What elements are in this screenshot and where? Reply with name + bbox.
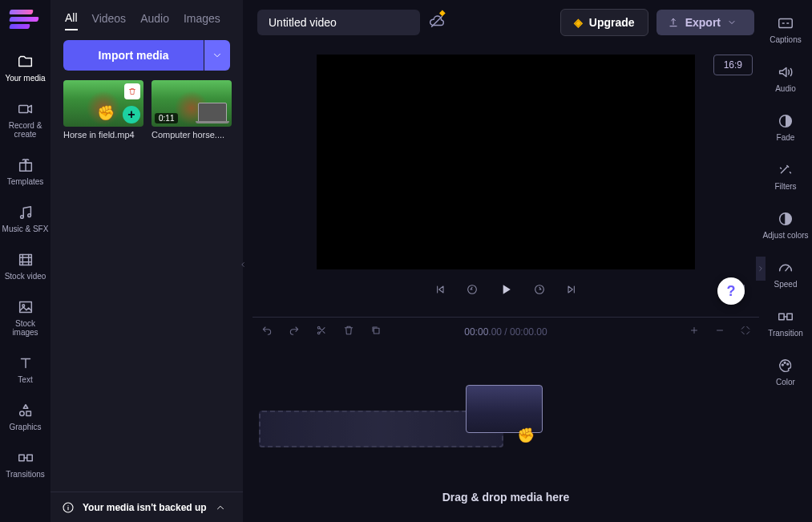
sidebar-item-your-media[interactable]: Your media <box>2 48 50 87</box>
svg-rect-10 <box>26 455 31 460</box>
svg-rect-4 <box>19 255 31 265</box>
chevron-down-icon <box>212 50 223 61</box>
sidebar-item-stock-images[interactable]: Stock images <box>2 293 50 342</box>
sidebar-item-text[interactable]: Text <box>2 350 50 389</box>
tab-videos[interactable]: Videos <box>92 7 127 30</box>
property-audio[interactable]: Audio <box>762 57 810 99</box>
captions-icon <box>777 14 794 32</box>
svg-point-6 <box>22 305 24 307</box>
cloud-sync-icon[interactable]: ◆ <box>428 12 446 33</box>
tab-all[interactable]: All <box>65 6 78 30</box>
property-filters[interactable]: Filters <box>762 155 810 197</box>
gift-icon <box>17 156 34 174</box>
property-captions[interactable]: Captions <box>762 8 810 51</box>
sidebar-item-transitions[interactable]: Transitions <box>2 444 50 484</box>
clip-filename: Horse in field.mp4 <box>63 130 143 140</box>
media-clip[interactable]: + ✊ Horse in field.mp4 <box>63 80 143 140</box>
property-speed[interactable]: Speed <box>762 253 810 295</box>
sidebar-label: Transitions <box>6 470 45 479</box>
premium-indicator-icon: ◆ <box>439 8 446 17</box>
sidebar-item-stock-video[interactable]: Stock video <box>2 246 50 285</box>
preview-area: 16:9 ? <box>252 47 759 310</box>
palette-icon <box>777 357 794 374</box>
media-panel: All Videos Audio Images Import media + ✊… <box>50 0 243 522</box>
fit-timeline-button[interactable] <box>740 325 751 339</box>
sparkle-icon <box>777 161 794 179</box>
camera-icon <box>17 100 34 118</box>
delete-button[interactable] <box>342 324 355 340</box>
zoom-out-button[interactable] <box>714 325 725 339</box>
sidebar-label: Your media <box>5 74 45 83</box>
tab-images[interactable]: Images <box>184 7 220 30</box>
svg-point-2 <box>20 216 23 219</box>
media-tabs: All Videos Audio Images <box>50 0 243 30</box>
video-preview[interactable] <box>317 55 695 269</box>
backup-notice-bar[interactable]: Your media isn't backed up <box>50 492 243 522</box>
upload-icon <box>668 17 679 28</box>
collapse-properties-panel[interactable] <box>756 257 766 281</box>
backup-notice-text: Your media isn't backed up <box>83 502 207 513</box>
redo-button[interactable] <box>288 324 301 340</box>
property-transition[interactable]: Transition <box>762 301 810 344</box>
chevron-right-icon <box>757 263 765 274</box>
timeline-toolbar: 00:00.00 / 00:00.00 <box>252 317 759 346</box>
split-button[interactable] <box>315 324 328 340</box>
svg-point-24 <box>787 363 789 365</box>
property-fade[interactable]: Fade <box>762 106 810 148</box>
grab-cursor-icon: ✊ <box>517 427 535 444</box>
property-adjust-colors[interactable]: Adjust colors <box>762 204 810 246</box>
play-button[interactable] <box>498 281 514 300</box>
property-color[interactable]: Color <box>762 350 810 393</box>
sidebar-item-music[interactable]: Music & SFX <box>2 199 50 238</box>
help-button[interactable]: ? <box>717 277 745 305</box>
sidebar-item-graphics[interactable]: Graphics <box>2 397 50 436</box>
export-button[interactable]: Export <box>656 10 754 35</box>
sidebar-label: Record & create <box>2 121 50 139</box>
contrast-icon <box>777 210 794 228</box>
sidebar-item-record[interactable]: Record & create <box>2 95 50 144</box>
upgrade-button[interactable]: ◈ Upgrade <box>560 9 648 36</box>
delete-clip-button[interactable] <box>124 83 140 99</box>
import-media-button[interactable]: Import media <box>63 40 204 71</box>
forward-button[interactable] <box>533 283 546 298</box>
svg-rect-20 <box>779 314 784 319</box>
app-logo <box>10 6 38 32</box>
aspect-ratio-button[interactable]: 16:9 <box>713 55 753 75</box>
text-icon <box>17 354 34 372</box>
transition-icon <box>17 449 34 467</box>
skip-end-button[interactable] <box>565 283 578 298</box>
svg-rect-9 <box>18 455 23 460</box>
import-media-dropdown[interactable] <box>204 40 230 71</box>
duplicate-button[interactable] <box>370 324 382 340</box>
clip-duration: 0:11 <box>155 113 178 123</box>
timeline[interactable]: ✊ Drag & drop media here <box>252 346 759 522</box>
info-icon <box>62 501 75 514</box>
sidebar-label: Text <box>18 375 32 384</box>
trash-icon <box>127 87 137 96</box>
add-clip-button[interactable]: + <box>123 106 140 123</box>
film-icon <box>17 251 34 269</box>
svg-rect-21 <box>787 314 792 319</box>
skip-start-button[interactable] <box>434 283 446 298</box>
media-clip[interactable]: 0:11 Computer horse.... <box>151 80 232 140</box>
sidebar-item-templates[interactable]: Templates <box>2 152 50 191</box>
svg-rect-0 <box>18 105 27 112</box>
transition-icon <box>777 308 794 326</box>
left-sidebar: Your media Record & create Templates Mus… <box>0 40 50 522</box>
undo-button[interactable] <box>261 324 273 340</box>
zoom-in-button[interactable] <box>689 325 700 339</box>
rewind-button[interactable] <box>466 283 479 298</box>
gauge-icon <box>777 259 794 277</box>
collapse-media-panel[interactable] <box>238 253 248 277</box>
project-title-input[interactable] <box>257 10 420 35</box>
grab-cursor-icon: ✊ <box>97 104 115 122</box>
chevron-left-icon <box>239 259 247 270</box>
export-label: Export <box>685 16 721 29</box>
sidebar-label: Templates <box>7 177 44 186</box>
timeline-drop-hint: Drag & drop media here <box>252 491 759 504</box>
svg-point-3 <box>27 214 30 217</box>
top-bar: ◆ ◈ Upgrade Export <box>252 3 759 42</box>
sidebar-label: Graphics <box>9 423 41 431</box>
dragging-clip[interactable] <box>466 385 543 433</box>
tab-audio[interactable]: Audio <box>140 7 169 30</box>
